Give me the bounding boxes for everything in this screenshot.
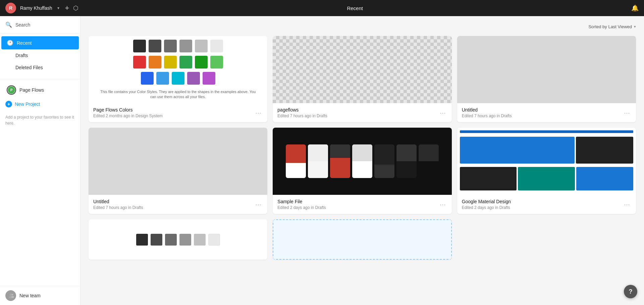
new-project-button[interactable]: + New Project xyxy=(0,98,80,110)
content-header: Sorted by Last Viewed ▾ xyxy=(89,24,636,29)
main-layout: 🔍 Search 🕐 Recent Drafts Deleted Files xyxy=(0,16,644,305)
search-icon: 🔍 xyxy=(5,21,12,28)
topbar: R Ramy Khuffash ▾ + ⬡ Recent 🔔 xyxy=(0,0,644,16)
swatch-lightgray xyxy=(195,40,208,52)
file-card-bottom-swatches[interactable] xyxy=(89,219,267,260)
sidebar-team-pageflows[interactable]: P Page Flows xyxy=(1,82,79,98)
swatch-offwhite xyxy=(210,40,223,52)
file-date: Edited 2 days ago in Drafts xyxy=(462,205,623,210)
file-card-untitled-2[interactable]: Untitled Edited 7 hours ago in Drafts ⋯ xyxy=(89,128,267,214)
file-info: Page Flows Colors Edited 2 months ago in… xyxy=(89,103,267,122)
swatch-purple xyxy=(187,72,200,85)
swatch-lightgreen xyxy=(210,56,223,69)
file-date: Edited 7 hours ago in Drafts xyxy=(93,205,254,210)
file-card-google-material[interactable]: Google Material Design Edited 2 days ago… xyxy=(457,128,636,214)
file-menu-button[interactable]: ⋯ xyxy=(254,200,263,210)
username-label: Ramy Khuffash xyxy=(20,5,52,11)
small-swatch-6 xyxy=(208,234,220,246)
file-card-page-flows-colors[interactable]: This file contains your Color Styles. Th… xyxy=(89,36,267,122)
svg-point-3 xyxy=(11,296,14,298)
file-thumbnail xyxy=(457,36,636,103)
file-info: Untitled Edited 7 hours ago in Drafts ⋯ xyxy=(457,103,636,122)
file-info: Sample File Edited 2 days ago in Drafts … xyxy=(273,195,451,214)
phone-mockup-5 xyxy=(374,144,394,178)
material-thumb xyxy=(457,128,636,195)
file-menu-button[interactable]: ⋯ xyxy=(438,108,447,118)
file-thumbnail xyxy=(89,128,267,195)
file-meta: Page Flows Colors Edited 2 months ago in… xyxy=(93,107,254,118)
file-menu-button[interactable]: ⋯ xyxy=(438,200,447,210)
file-thumbnail xyxy=(273,219,451,260)
phone-mockup-7 xyxy=(419,144,439,178)
file-thumbnail xyxy=(89,219,267,260)
swatch-row-2 xyxy=(133,56,223,69)
file-meta: Sample File Edited 2 days ago in Drafts xyxy=(277,199,438,210)
new-team-button[interactable]: New team xyxy=(0,286,80,305)
file-card-pageflows[interactable]: pageflows Edited 7 hours ago in Drafts ⋯ xyxy=(273,36,451,122)
team-name-label: Page Flows xyxy=(19,87,44,93)
file-card-untitled-1[interactable]: Untitled Edited 7 hours ago in Drafts ⋯ xyxy=(457,36,636,122)
new-team-avatar xyxy=(5,290,16,301)
user-avatar[interactable]: R xyxy=(5,3,16,13)
file-meta: Google Material Design Edited 2 days ago… xyxy=(462,199,623,210)
small-swatch-3 xyxy=(165,234,177,246)
topbar-actions: 🔔 xyxy=(631,4,639,12)
new-team-label: New team xyxy=(19,293,41,298)
swatch-midgray xyxy=(179,40,192,52)
swatch-cyan xyxy=(172,72,184,85)
sort-chevron-icon: ▾ xyxy=(634,25,636,29)
file-thumbnail xyxy=(273,128,451,195)
export-icon[interactable]: ⬡ xyxy=(73,4,78,12)
color-swatches-display: This file contains your Color Styles. Th… xyxy=(89,36,267,103)
swatch-orange xyxy=(149,56,161,69)
phones-row xyxy=(282,141,442,181)
file-menu-button[interactable]: ⋯ xyxy=(254,108,263,118)
file-thumbnail xyxy=(273,36,451,103)
sidebar-item-drafts-label: Drafts xyxy=(15,53,28,58)
file-card-new[interactable] xyxy=(273,219,451,260)
topbar-center: Recent xyxy=(83,5,627,11)
file-grid: This file contains your Color Styles. Th… xyxy=(89,36,636,260)
sidebar-item-recent-label: Recent xyxy=(17,40,32,46)
sort-label: Sorted by Last Viewed xyxy=(588,24,632,29)
sidebar-item-drafts[interactable]: Drafts xyxy=(1,49,79,61)
sidebar-divider xyxy=(0,79,80,79)
swatch-darkgray xyxy=(149,40,161,52)
file-card-sample-file[interactable]: Sample File Edited 2 days ago in Drafts … xyxy=(273,128,451,214)
search-button[interactable]: 🔍 Search xyxy=(0,16,80,34)
sidebar-item-deleted[interactable]: Deleted Files xyxy=(1,61,79,74)
sort-button[interactable]: Sorted by Last Viewed ▾ xyxy=(588,24,636,29)
sidebar: 🔍 Search 🕐 Recent Drafts Deleted Files xyxy=(0,16,80,305)
small-swatches xyxy=(89,219,267,260)
small-swatch-1 xyxy=(136,234,148,246)
team-avatar: P xyxy=(8,86,15,94)
sidebar-item-deleted-label: Deleted Files xyxy=(15,65,43,70)
swatch-darkgreen xyxy=(195,56,208,69)
file-name: Untitled xyxy=(462,107,623,113)
file-meta: Untitled Edited 7 hours ago in Drafts xyxy=(462,107,623,118)
new-project-label: New Project xyxy=(15,101,40,107)
content-area: Sorted by Last Viewed ▾ xyxy=(80,16,644,305)
swatch-gray xyxy=(164,40,177,52)
small-swatch-4 xyxy=(179,234,191,246)
file-info: Google Material Design Edited 2 days ago… xyxy=(457,195,636,214)
file-date: Edited 7 hours ago in Drafts xyxy=(462,114,623,118)
page-title: Recent xyxy=(347,5,363,11)
phone-mockup-6 xyxy=(396,144,417,178)
swatch-yellow xyxy=(164,56,177,69)
help-button[interactable]: ? xyxy=(624,285,637,298)
file-menu-button[interactable]: ⋯ xyxy=(623,200,631,210)
sidebar-item-recent[interactable]: 🕐 Recent xyxy=(1,36,79,49)
file-name: pageflows xyxy=(277,107,438,113)
clock-icon: 🕐 xyxy=(7,40,13,46)
phone-mockup-2 xyxy=(308,144,328,178)
file-info: Untitled Edited 7 hours ago in Drafts ⋯ xyxy=(89,195,267,214)
add-file-button[interactable]: + xyxy=(65,4,69,12)
dark-phones-thumb xyxy=(273,128,451,195)
file-menu-button[interactable]: ⋯ xyxy=(623,108,631,118)
swatch-red xyxy=(133,56,146,69)
notification-icon[interactable]: 🔔 xyxy=(631,4,639,12)
small-swatch-row xyxy=(136,234,220,246)
file-name: Google Material Design xyxy=(462,199,623,204)
swatch-green xyxy=(179,56,192,69)
